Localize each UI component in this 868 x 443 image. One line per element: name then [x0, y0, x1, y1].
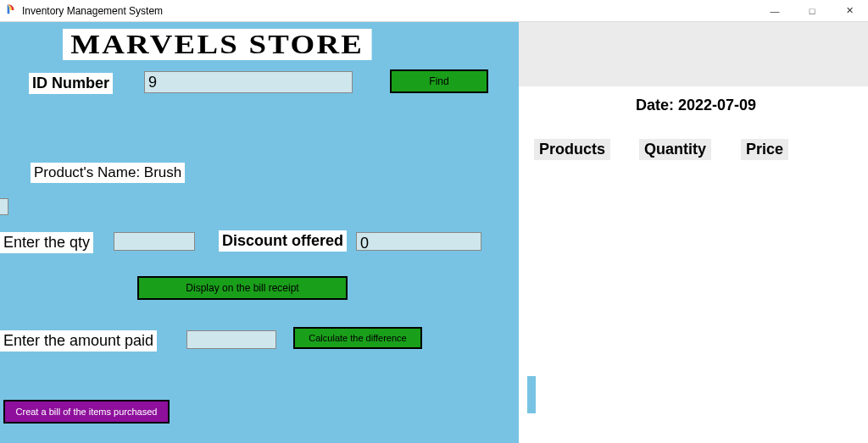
create-bill-button[interactable]: Creat a bill of the items purchased	[3, 400, 170, 424]
receipt-date: Date: 2022-07-09	[631, 95, 761, 116]
qty-label: Enter the qty	[0, 232, 93, 253]
store-title: MARVELS STORE	[63, 29, 371, 60]
receipt-scroll-indicator	[527, 376, 536, 413]
col-price: Price	[741, 139, 788, 160]
amount-paid-input[interactable]	[186, 330, 276, 349]
window-titlebar: Inventory Management System — □ ✕	[0, 0, 868, 22]
window-title: Inventory Management System	[22, 5, 163, 17]
receipt-panel: Date: 2022-07-09 Products Quantity Price	[519, 22, 868, 443]
display-bill-button[interactable]: Display on the bill receipt	[137, 276, 348, 300]
form-panel: MARVELS STORE ID Number 9 Find Product's…	[0, 22, 519, 443]
find-button[interactable]: Find	[390, 69, 488, 93]
stray-entry[interactable]	[0, 198, 8, 215]
app-icon	[5, 3, 17, 18]
col-quantity: Quantity	[639, 139, 711, 160]
id-number-label: ID Number	[29, 73, 113, 94]
close-button[interactable]: ✕	[831, 0, 868, 22]
id-number-value: 9	[148, 74, 157, 91]
calculate-difference-button[interactable]: Calculate the difference	[293, 327, 422, 349]
receipt-header-bg	[519, 22, 868, 86]
minimize-button[interactable]: —	[756, 0, 793, 22]
qty-input[interactable]	[114, 232, 195, 251]
id-number-input[interactable]: 9	[144, 71, 353, 93]
col-products: Products	[534, 139, 610, 160]
discount-input[interactable]: 0	[356, 232, 481, 251]
product-name-label: Product's Name: Brush	[31, 163, 185, 183]
amount-paid-label: Enter the amount paid	[0, 330, 157, 352]
maximize-button[interactable]: □	[793, 0, 831, 22]
discount-value: 0	[360, 235, 369, 252]
discount-label: Discount offered	[219, 230, 347, 252]
window-controls: — □ ✕	[756, 0, 868, 22]
